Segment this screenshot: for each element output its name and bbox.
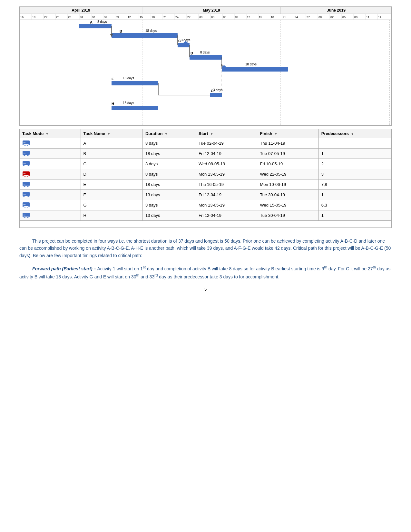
col-header-duration[interactable]: Duration ▼ bbox=[142, 129, 196, 138]
paragraph-2-bold: Forward path (Earliest start) – bbox=[32, 266, 96, 271]
svg-line-99 bbox=[23, 217, 25, 218]
svg-text:02: 02 bbox=[330, 15, 334, 19]
task-duration-cell: 18 days bbox=[142, 149, 196, 159]
task-predecessors-cell: 1 bbox=[318, 210, 391, 221]
task-duration-cell: 8 days bbox=[142, 169, 196, 179]
svg-text:27: 27 bbox=[307, 15, 310, 19]
table-row: ⇒ C 3 days Wed 08-05-19 Fri 10-05-19 2 bbox=[20, 159, 392, 169]
task-mode-cell: ⇒ bbox=[20, 159, 81, 169]
svg-text:24: 24 bbox=[175, 15, 179, 19]
task-mode-icon: ⇒ bbox=[22, 160, 30, 166]
svg-line-79 bbox=[23, 165, 25, 166]
table-row: ⇒ H 13 days Fri 12-04-19 Tue 30-04-19 1 bbox=[20, 210, 392, 221]
task-label-h: H bbox=[112, 102, 114, 106]
table-row: ⇒ F 13 days Fri 12-04-19 Tue 30-04-19 1 bbox=[20, 190, 392, 200]
task-mode-cell: ⇒ bbox=[20, 210, 81, 221]
task-e-days: 18 days bbox=[245, 63, 257, 66]
col-header-finish[interactable]: Finish ▼ bbox=[257, 129, 318, 138]
paragraph-1: This project can be completed in four wa… bbox=[19, 237, 392, 259]
task-name-cell: D bbox=[81, 169, 142, 179]
table-row-empty bbox=[20, 221, 392, 228]
task-start-cell: Wed 08-05-19 bbox=[196, 159, 257, 169]
task-mode-icon: ⇒ bbox=[22, 150, 30, 156]
task-duration-cell: 3 days bbox=[142, 159, 196, 169]
task-label-a: A bbox=[90, 20, 93, 24]
task-name-cell: C bbox=[81, 159, 142, 169]
col-header-task-name[interactable]: Task Name ▼ bbox=[81, 129, 142, 138]
task-mode-cell: ⇒ bbox=[20, 200, 81, 210]
svg-text:09: 09 bbox=[235, 15, 238, 19]
task-label-c: C bbox=[178, 39, 181, 43]
table-row: ⇒ A 8 days Tue 02-04-19 Thu 11-04-19 bbox=[20, 138, 392, 149]
svg-text:11: 11 bbox=[366, 15, 369, 19]
svg-text:09: 09 bbox=[116, 15, 119, 19]
svg-line-87 bbox=[23, 186, 25, 187]
task-predecessors-cell bbox=[318, 138, 391, 149]
task-start-cell: Fri 12-04-19 bbox=[196, 149, 257, 159]
task-start-cell: Mon 13-05-19 bbox=[196, 169, 257, 179]
svg-text:18: 18 bbox=[152, 15, 155, 19]
svg-line-92 bbox=[27, 196, 30, 197]
task-label-f: F bbox=[112, 77, 114, 81]
col-header-predecessors[interactable]: Predecessors ▼ bbox=[318, 129, 391, 138]
svg-text:30: 30 bbox=[318, 15, 322, 19]
svg-text:03: 03 bbox=[211, 15, 214, 19]
task-mode-icon: ⇒ bbox=[22, 212, 30, 218]
svg-text:05: 05 bbox=[342, 15, 346, 19]
svg-text:⇒: ⇒ bbox=[23, 151, 26, 155]
task-mode-cell: ⇒ bbox=[20, 179, 81, 190]
svg-text:25: 25 bbox=[56, 15, 59, 19]
task-start-cell: Fri 12-04-19 bbox=[196, 210, 257, 221]
svg-text:19: 19 bbox=[32, 15, 35, 19]
task-g-days: 3 days bbox=[213, 88, 222, 92]
sort-task-mode[interactable]: ▼ bbox=[46, 132, 49, 136]
task-duration-cell: 18 days bbox=[142, 179, 196, 190]
task-mode-cell: ⇒ bbox=[20, 149, 81, 159]
task-finish-cell: Tue 07-05-19 bbox=[257, 149, 318, 159]
task-name-cell: H bbox=[81, 210, 142, 221]
task-label-d: D bbox=[191, 51, 193, 55]
task-mode-icon: ⇒ bbox=[22, 202, 30, 208]
svg-text:12: 12 bbox=[128, 15, 131, 19]
task-predecessors-cell: 3 bbox=[318, 169, 391, 179]
svg-text:28: 28 bbox=[68, 15, 71, 19]
page-number: 5 bbox=[19, 287, 392, 292]
svg-text:⇒: ⇒ bbox=[23, 162, 26, 165]
col-header-task-mode[interactable]: Task Mode ▼ bbox=[20, 129, 81, 138]
sort-duration[interactable]: ▼ bbox=[165, 132, 168, 136]
svg-text:⇒: ⇒ bbox=[23, 141, 26, 144]
task-f-days: 13 days bbox=[123, 76, 134, 80]
task-finish-cell: Wed 22-05-19 bbox=[257, 169, 318, 179]
task-h-days: 13 days bbox=[123, 101, 134, 105]
sort-finish[interactable]: ▼ bbox=[274, 132, 277, 136]
svg-text:18: 18 bbox=[271, 15, 274, 19]
svg-text:15: 15 bbox=[259, 15, 262, 19]
col-header-start[interactable]: Start ▼ bbox=[196, 129, 257, 138]
task-mode-icon: ⇒ bbox=[22, 140, 30, 146]
svg-text:03: 03 bbox=[92, 15, 95, 19]
task-table: Task Mode ▼ Task Name ▼ Duration ▼ Start… bbox=[19, 129, 392, 228]
sort-predecessors[interactable]: ▼ bbox=[351, 132, 354, 136]
task-label-b: B bbox=[120, 29, 122, 33]
task-start-cell: Mon 13-05-19 bbox=[196, 200, 257, 210]
sort-task-name[interactable]: ▼ bbox=[107, 132, 110, 136]
task-name-cell: E bbox=[81, 179, 142, 190]
gantt-bar-a bbox=[79, 24, 112, 28]
task-a-days: 8 days bbox=[97, 20, 107, 24]
svg-text:⇒: ⇒ bbox=[23, 172, 26, 175]
task-duration-cell: 13 days bbox=[142, 190, 196, 200]
svg-line-75 bbox=[23, 155, 25, 156]
task-finish-cell: Wed 15-05-19 bbox=[257, 200, 318, 210]
svg-line-96 bbox=[27, 206, 30, 208]
gantt-bar-e bbox=[222, 67, 288, 72]
svg-text:⇒: ⇒ bbox=[23, 193, 26, 196]
svg-line-84 bbox=[27, 175, 30, 177]
svg-text:22: 22 bbox=[44, 15, 47, 19]
svg-text:16: 16 bbox=[20, 15, 24, 19]
task-predecessors-cell: 1 bbox=[318, 149, 391, 159]
sort-start[interactable]: ▼ bbox=[210, 132, 213, 136]
gantt-bar-c bbox=[178, 43, 190, 47]
svg-line-83 bbox=[23, 175, 25, 177]
gantt-bar-f bbox=[112, 81, 158, 85]
svg-text:⇒: ⇒ bbox=[23, 213, 26, 217]
